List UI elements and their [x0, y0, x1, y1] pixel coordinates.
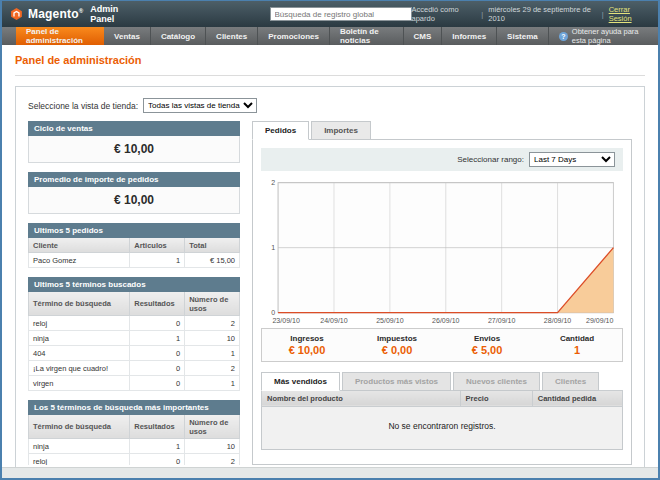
table-row[interactable]: ¡La virgen que cuadro! 0 2	[29, 361, 240, 376]
separator: |	[481, 10, 483, 19]
column-header: Término de búsqueda	[29, 415, 130, 439]
nav-item-reports[interactable]: Informes	[442, 27, 497, 45]
current-date: miércoles 29 de septiembre de 2010	[488, 5, 596, 23]
cell: ninja	[29, 331, 130, 346]
totals-bar: Ingresos € 10,00 Impuestos € 0,00 Envios…	[261, 328, 623, 362]
dashboard-left-column: Ciclo de ventas € 10,00 Promedio de impo…	[28, 121, 240, 465]
orders-tab-panel: Seleccionar rango: Last 7 Days 23/09/102…	[252, 139, 632, 465]
table-row[interactable]: reloj 0 2	[29, 454, 240, 466]
tab-most-viewed[interactable]: Productos más vistos	[342, 372, 451, 391]
cell: 404	[29, 346, 130, 361]
cell: 0	[130, 346, 185, 361]
svg-text:29/09/10: 29/09/10	[586, 317, 614, 324]
column-header: Número de usos	[185, 415, 240, 439]
help-icon: ?	[559, 32, 568, 41]
average-orders-title: Promedio de importe de pedidos	[28, 172, 240, 187]
last-orders-panel: Ultimos 5 pedidos Cliente Articulos Tota…	[28, 223, 240, 268]
svg-text:27/09/10: 27/09/10	[488, 317, 516, 324]
dashboard-right-column: Pedidos Importes Seleccionar rango: Last…	[252, 121, 632, 465]
logout-link[interactable]: Cerrar Sesión	[609, 5, 650, 23]
dashboard-box: Seleccione la vista de tienda: Todas las…	[15, 86, 645, 467]
nav-item-promotions[interactable]: Promociones	[258, 27, 330, 45]
get-help-link[interactable]: ? Obtener ayuda para esta página	[549, 27, 658, 45]
stat-value: € 5,00	[442, 344, 532, 356]
last-search-terms-panel: Ultimos 5 términos buscados Término de b…	[28, 277, 240, 391]
last-orders-title: Ultimos 5 pedidos	[28, 223, 240, 238]
nav-item-customers[interactable]: Clientes	[206, 27, 258, 45]
stat-label: Envios	[442, 334, 532, 343]
top-search-terms-table: Término de búsqueda Resultados Número de…	[28, 415, 240, 465]
column-header: Número de usos	[185, 292, 240, 316]
nav-item-system[interactable]: Sistema	[497, 27, 549, 45]
table-row[interactable]: virgen 0 1	[29, 376, 240, 391]
nav-item-cms[interactable]: CMS	[404, 27, 443, 45]
cell: 1	[130, 253, 185, 268]
stat-label: Ingresos	[262, 334, 352, 343]
svg-text:23/09/10: 23/09/10	[272, 317, 300, 324]
table-row[interactable]: Paco Gomez 1 € 15,00	[29, 253, 240, 268]
tab-bestsellers[interactable]: Más vendidos	[261, 372, 340, 391]
page-title: Panel de administración	[15, 54, 645, 66]
nav-item-dashboard[interactable]: Panel de administración	[16, 27, 104, 45]
bestsellers-table: Nombre del producto Precio Cantidad pedi…	[261, 390, 623, 450]
top-header: Magento® Admin Panel Accedió como apardo…	[2, 1, 658, 27]
tab-customers[interactable]: Clientes	[542, 372, 599, 391]
range-select[interactable]: Last 7 Days	[529, 152, 615, 167]
svg-text:25/09/10: 25/09/10	[376, 317, 404, 324]
column-header: Precio	[460, 390, 532, 406]
average-orders-panel: Promedio de importe de pedidos € 10,00	[28, 172, 240, 214]
nav-item-catalog[interactable]: Catálogo	[151, 27, 206, 45]
column-header: Resultados	[130, 415, 185, 439]
separator: |	[602, 10, 604, 19]
orders-chart: 23/09/1024/09/1025/09/1026/09/1027/09/10…	[263, 177, 621, 326]
column-header: Cantidad pedida	[532, 390, 622, 406]
tab-new-customers[interactable]: Nuevos clientes	[453, 372, 540, 391]
svg-text:24/09/10: 24/09/10	[320, 317, 348, 324]
table-row[interactable]: ninja 1 10	[29, 331, 240, 346]
cell: 2	[185, 454, 240, 466]
main-nav: Panel de administración Ventas Catálogo …	[2, 27, 658, 45]
lifetime-sales-panel: Ciclo de ventas € 10,00	[28, 121, 240, 163]
registered-mark: ®	[79, 8, 84, 14]
column-header: Articulos	[130, 238, 185, 253]
lifetime-sales-value: € 10,00	[28, 136, 240, 163]
cell: 1	[185, 376, 240, 391]
average-orders-value: € 10,00	[28, 187, 240, 214]
store-switcher-select[interactable]: Todas las vistas de tienda	[143, 98, 257, 113]
cell: 0	[130, 361, 185, 376]
stat-revenue: Ingresos € 10,00	[262, 334, 352, 356]
lifetime-sales-title: Ciclo de ventas	[28, 121, 240, 136]
svg-text:26/09/10: 26/09/10	[432, 317, 460, 324]
table-row[interactable]: ninja 1 10	[29, 439, 240, 454]
nav-item-sales[interactable]: Ventas	[104, 27, 151, 45]
top-search-terms-title: Los 5 términos de búsqueda más important…	[28, 400, 240, 415]
range-bar: Seleccionar rango: Last 7 Days	[261, 148, 623, 171]
help-label: Obtener ayuda para esta página	[572, 27, 648, 45]
stat-value: € 0,00	[352, 344, 442, 356]
cell: 0	[130, 454, 185, 466]
table-row[interactable]: reloj 0 2	[29, 316, 240, 331]
table-row[interactable]: 404 0 1	[29, 346, 240, 361]
brand-suffix: Admin Panel	[90, 4, 134, 24]
cell: virgen	[29, 376, 130, 391]
empty-records-message: No se encontraron registros.	[262, 406, 623, 449]
global-search-input[interactable]	[270, 7, 412, 21]
cell: 2	[185, 316, 240, 331]
tab-orders[interactable]: Pedidos	[252, 121, 309, 140]
cell: € 15,00	[185, 253, 240, 268]
stat-label: Impuestos	[352, 334, 442, 343]
cell: 10	[185, 439, 240, 454]
last-orders-table: Cliente Articulos Total Paco Gomez 1 € 1…	[28, 238, 240, 268]
nav-item-newsletter[interactable]: Boletín de noticias	[330, 27, 404, 45]
stat-quantity: Cantidad 1	[532, 334, 622, 356]
cell: 1	[130, 331, 185, 346]
cell: 1	[130, 439, 185, 454]
cell: 10	[185, 331, 240, 346]
stat-value: € 10,00	[262, 344, 352, 356]
footer-bar	[2, 467, 658, 478]
column-header: Nombre del producto	[262, 390, 461, 406]
range-label: Seleccionar rango:	[457, 155, 524, 164]
tab-amounts[interactable]: Importes	[311, 121, 371, 140]
brand-name: Magento®	[28, 7, 83, 21]
stat-tax: Impuestos € 0,00	[352, 334, 442, 356]
